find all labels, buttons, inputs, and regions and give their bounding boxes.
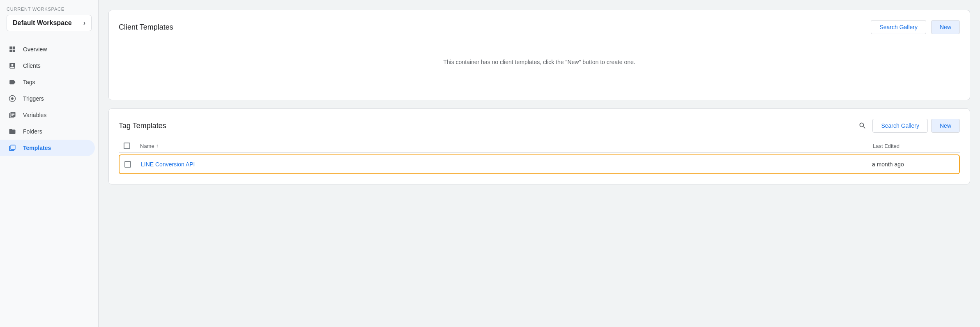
sidebar-item-variables-label: Variables xyxy=(23,112,46,118)
client-search-gallery-button[interactable]: Search Gallery xyxy=(871,20,926,34)
sidebar-item-templates-label: Templates xyxy=(23,145,51,151)
client-templates-actions: Search Gallery New xyxy=(871,20,960,34)
client-new-button[interactable]: New xyxy=(931,20,960,34)
header-name-label: Name xyxy=(140,143,154,149)
sort-arrow-icon: ↑ xyxy=(156,143,159,149)
folder-icon xyxy=(8,127,16,136)
workspace-name: Default Workspace xyxy=(13,19,72,27)
header-edited-col: Last Edited xyxy=(873,143,955,149)
client-templates-card: Client Templates Search Gallery New This… xyxy=(108,10,970,100)
sidebar-item-clients-label: Clients xyxy=(23,62,41,69)
nav-section: Overview Clients Tags xyxy=(0,41,98,327)
row-checkbox-cell xyxy=(124,161,134,168)
chevron-right-icon: › xyxy=(83,19,85,27)
tag-templates-card: Tag Templates Search Gallery New Name ↑ … xyxy=(108,108,970,184)
row-name[interactable]: LINE Conversion API xyxy=(141,161,865,168)
sidebar-item-overview-label: Overview xyxy=(23,46,47,53)
sidebar-item-overview[interactable]: Overview xyxy=(0,41,95,58)
tag-templates-actions: Search Gallery New xyxy=(856,119,960,133)
header-checkbox[interactable] xyxy=(124,143,130,149)
tag-templates-title: Tag Templates xyxy=(119,122,166,130)
sidebar-item-triggers-label: Triggers xyxy=(23,95,44,102)
sidebar-item-tags[interactable]: Tags xyxy=(0,74,95,90)
sidebar: CURRENT WORKSPACE Default Workspace › Ov… xyxy=(0,0,99,327)
main-content: Client Templates Search Gallery New This… xyxy=(99,0,980,327)
client-templates-header: Client Templates Search Gallery New xyxy=(119,20,960,34)
sidebar-item-folders[interactable]: Folders xyxy=(0,123,95,140)
sidebar-item-clients[interactable]: Clients xyxy=(0,58,95,74)
table-row[interactable]: LINE Conversion API a month ago xyxy=(119,154,960,174)
clients-icon xyxy=(8,62,16,70)
header-checkbox-cell xyxy=(124,143,133,149)
workspace-section: CURRENT WORKSPACE Default Workspace › xyxy=(0,0,98,35)
workspace-label: CURRENT WORKSPACE xyxy=(7,7,92,12)
overview-icon xyxy=(8,45,16,53)
sidebar-item-templates[interactable]: Templates xyxy=(0,140,95,156)
templates-icon xyxy=(8,144,16,152)
svg-point-1 xyxy=(11,97,14,100)
variables-icon xyxy=(8,111,16,119)
sidebar-item-folders-label: Folders xyxy=(23,128,42,135)
tag-search-icon-button[interactable] xyxy=(856,119,869,132)
tag-icon xyxy=(8,78,16,86)
tag-templates-header: Tag Templates Search Gallery New xyxy=(119,119,960,133)
header-name-col[interactable]: Name ↑ xyxy=(140,143,866,149)
sidebar-item-variables[interactable]: Variables xyxy=(0,107,95,123)
tag-search-gallery-button[interactable]: Search Gallery xyxy=(872,119,928,133)
sidebar-item-triggers[interactable]: Triggers xyxy=(0,90,95,107)
client-templates-empty: This container has no client templates, … xyxy=(119,34,960,90)
client-templates-title: Client Templates xyxy=(119,23,173,32)
row-checkbox[interactable] xyxy=(124,161,131,168)
trigger-icon xyxy=(8,94,16,103)
sidebar-item-tags-label: Tags xyxy=(23,79,35,85)
tag-table-header: Name ↑ Last Edited xyxy=(119,139,960,153)
workspace-button[interactable]: Default Workspace › xyxy=(7,15,92,31)
tag-new-button[interactable]: New xyxy=(931,119,960,133)
row-last-edited: a month ago xyxy=(872,161,954,168)
